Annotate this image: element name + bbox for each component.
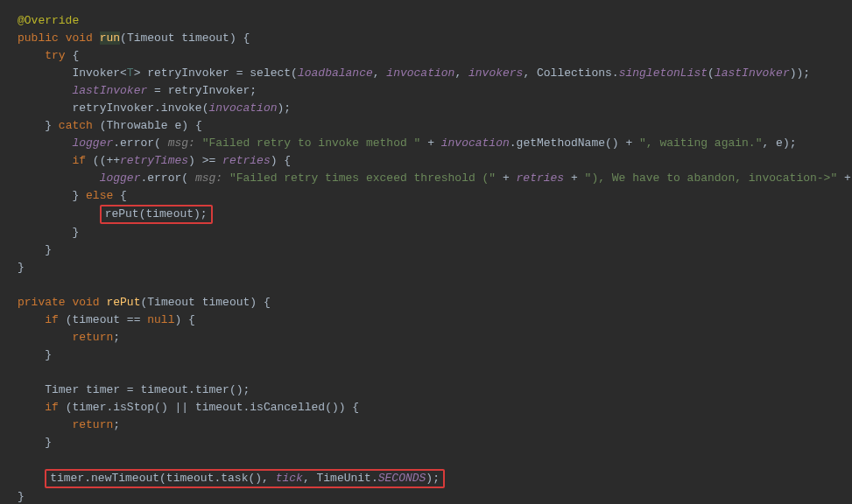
type-timer: Timer (45, 383, 79, 396)
kw-try: try (45, 49, 65, 62)
kw-private: private (18, 296, 66, 309)
kw-public: public (18, 32, 59, 45)
code-editor[interactable]: @Override public void run(Timeout timeou… (0, 0, 852, 504)
paren: ) { (229, 32, 250, 45)
kw-return: return (72, 331, 113, 344)
annotation-override: @Override (18, 14, 79, 27)
method-reput: rePut (106, 296, 140, 309)
type-timeout: Timeout (127, 32, 175, 45)
type-invoker: Invoker (72, 66, 120, 80)
generic-t: T (127, 66, 134, 80)
highlight-newtimeout: timer.newTimeout(timeout.task(), tick, T… (45, 469, 445, 488)
kw-if: if (72, 154, 86, 167)
paren: ( (120, 32, 127, 45)
highlight-reput-call: rePut(timeout); (100, 205, 213, 224)
kw-catch: catch (59, 119, 93, 132)
kw-else: else (86, 189, 113, 202)
method-run: run (100, 32, 120, 45)
param-timeout: timeout (181, 32, 229, 45)
kw-void: void (66, 32, 93, 45)
